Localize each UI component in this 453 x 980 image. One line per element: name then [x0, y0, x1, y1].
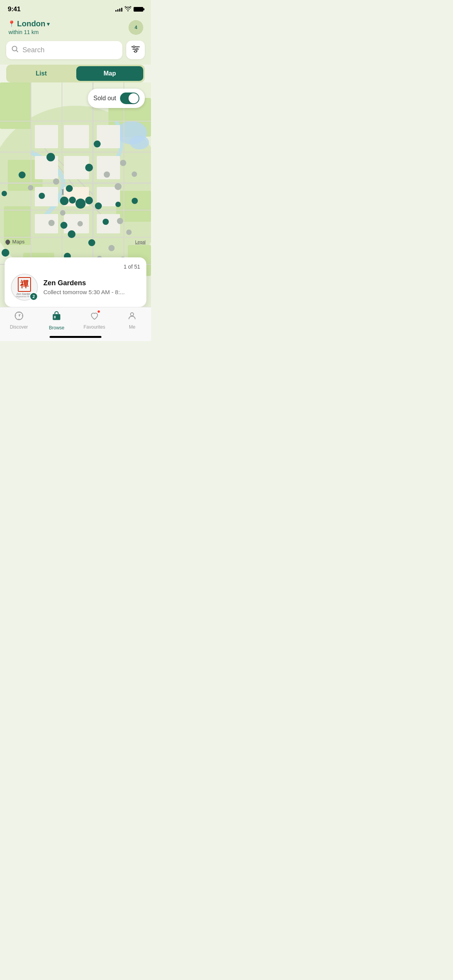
tab-list[interactable]: List [8, 66, 75, 81]
nav-item-discover[interactable]: Discover [0, 311, 38, 331]
sold-out-label: Sold out [93, 95, 116, 102]
nav-item-me[interactable]: Me [113, 311, 151, 331]
map-marker-soldout[interactable] [104, 171, 110, 178]
map-marker-soldout[interactable] [126, 230, 132, 235]
map-marker[interactable] [19, 171, 26, 178]
svg-point-48 [130, 313, 134, 316]
store-info: Zen Gardens Collect tomorrow 5:30 AM - 8… [43, 279, 125, 295]
search-section: Search [0, 41, 151, 65]
zen-symbol: 禪 [18, 277, 31, 292]
map-marker[interactable] [2, 249, 9, 257]
nav-label-browse: Browse [49, 325, 64, 331]
map-marker[interactable] [39, 193, 45, 199]
city-name: London [17, 19, 45, 28]
home-indicator-bar [0, 333, 151, 341]
status-bar: 9:41 [0, 0, 151, 16]
location-title[interactable]: 📍 London ▾ [8, 19, 124, 28]
svg-rect-46 [53, 314, 61, 320]
svg-rect-13 [116, 191, 151, 222]
view-toggle: List Map [6, 65, 145, 82]
map-marker-soldout[interactable] [115, 183, 122, 190]
location-radius: within 11 km [8, 29, 124, 35]
tab-list-label: List [36, 70, 46, 77]
chevron-down-icon: ▾ [47, 21, 50, 27]
toggle-switch[interactable] [120, 93, 139, 104]
map-marker[interactable] [68, 230, 76, 238]
legal-link[interactable]: Legal [135, 238, 146, 245]
search-bar[interactable]: Search [6, 41, 122, 59]
favourites-badge [97, 310, 101, 314]
status-time: 9:41 [8, 5, 21, 13]
svg-rect-33 [35, 125, 58, 148]
map-marker[interactable] [95, 202, 102, 209]
map-view[interactable]: London [0, 82, 151, 307]
map-marker[interactable] [85, 197, 93, 204]
nav-item-browse[interactable]: Browse [38, 311, 76, 331]
svg-point-6 [135, 51, 137, 53]
map-marker[interactable] [76, 199, 86, 209]
map-marker-soldout[interactable] [132, 171, 137, 177]
svg-rect-43 [64, 214, 89, 233]
nav-label-me: Me [129, 324, 136, 330]
store-card[interactable]: 1 of 51 禪 Zen Gardens Vegetarian Bistro … [5, 257, 146, 307]
bag-icon [51, 314, 62, 323]
svg-rect-34 [64, 125, 89, 148]
filter-icon [131, 46, 140, 54]
map-marker[interactable] [85, 164, 93, 171]
store-logo-wrapper: 禪 Zen Gardens Vegetarian Bistro 2 [11, 274, 38, 301]
svg-point-4 [133, 46, 135, 48]
svg-point-5 [136, 48, 138, 50]
heart-icon [90, 313, 99, 322]
store-badge: 2 [29, 292, 38, 301]
map-marker[interactable] [2, 191, 7, 196]
map-marker[interactable] [132, 198, 138, 204]
nav-label-favourites: Favourites [84, 324, 105, 330]
map-marker[interactable] [60, 222, 67, 229]
store-count: 1 of 51 [11, 264, 140, 270]
map-marker[interactable] [88, 239, 95, 246]
avatar-label: 4 [135, 25, 137, 30]
person-icon [127, 311, 137, 323]
location-info[interactable]: 📍 London ▾ within 11 km [8, 19, 124, 35]
map-marker-soldout[interactable] [120, 160, 126, 166]
battery-icon [134, 7, 143, 12]
status-icons [115, 6, 143, 12]
map-marker-soldout[interactable] [48, 220, 55, 226]
svg-rect-9 [0, 82, 31, 129]
search-icon [12, 46, 19, 55]
map-marker[interactable] [69, 197, 76, 204]
map-marker[interactable] [115, 202, 121, 207]
map-marker-soldout[interactable] [60, 210, 65, 216]
map-marker-soldout[interactable] [117, 218, 123, 224]
signal-icon [115, 7, 122, 12]
map-marker[interactable] [94, 140, 101, 147]
wifi-icon [125, 6, 131, 12]
map-marker-soldout[interactable] [77, 221, 83, 226]
header: 📍 London ▾ within 11 km 4 [0, 16, 151, 41]
map-marker-soldout[interactable] [108, 245, 115, 251]
tab-map-label: Map [104, 70, 116, 77]
bottom-nav: Discover Browse Favourites [0, 307, 151, 333]
search-input[interactable]: Search [22, 46, 45, 54]
svg-rect-42 [35, 214, 58, 233]
tab-map[interactable]: Map [76, 66, 143, 81]
map-marker[interactable] [103, 219, 109, 225]
maps-attribution: Maps [5, 238, 24, 245]
toggle-knob [129, 93, 139, 103]
home-indicator [50, 336, 101, 338]
filter-button[interactable] [126, 41, 145, 59]
avatar[interactable]: 4 [129, 20, 143, 35]
store-collect-info: Collect tomorrow 5:30 AM - 8:... [43, 289, 125, 295]
svg-rect-44 [97, 214, 120, 233]
svg-rect-47 [54, 316, 56, 319]
map-marker-soldout[interactable] [53, 178, 59, 185]
sold-out-toggle[interactable]: Sold out [88, 89, 145, 108]
map-marker[interactable] [60, 197, 69, 205]
map-marker[interactable] [46, 153, 55, 161]
location-pin-icon: 📍 [8, 20, 15, 27]
compass-icon [14, 311, 24, 323]
nav-item-favourites[interactable]: Favourites [76, 311, 113, 331]
map-marker-soldout[interactable] [28, 185, 33, 190]
svg-point-18 [130, 135, 149, 149]
map-marker[interactable] [66, 185, 73, 192]
